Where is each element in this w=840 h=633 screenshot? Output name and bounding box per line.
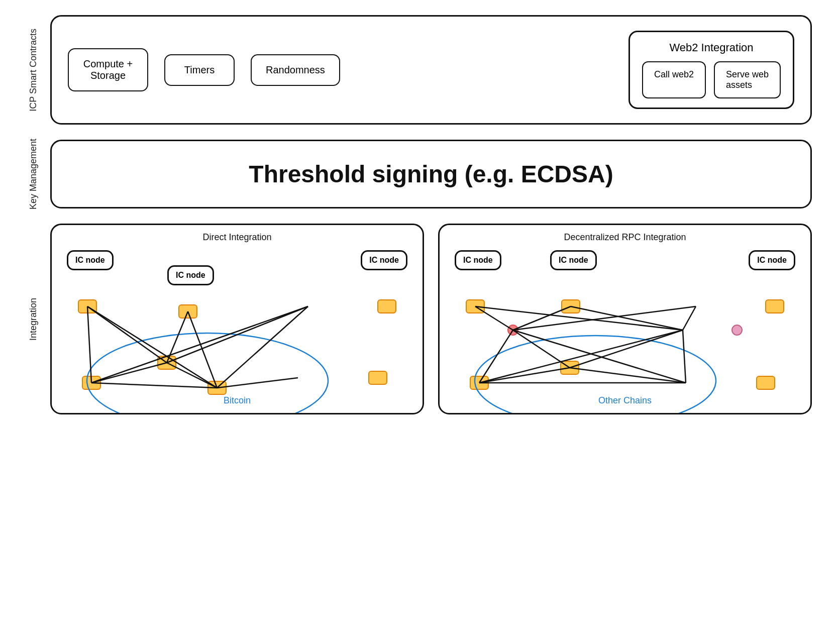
orange-node-6 [207,381,227,395]
svg-line-8 [91,306,308,383]
compute-storage-chip: Compute +Storage [68,48,148,91]
svg-line-5 [188,311,217,388]
call-web2-chip: Call web2 [642,61,706,98]
bitcoin-label: Bitcoin [224,395,251,406]
svg-line-23 [683,330,686,383]
randomness-chip: Randomness [251,54,340,86]
svg-line-22 [570,330,683,368]
integration-section: Direct Integration IC node IC node IC no… [50,224,812,414]
orange-node-3 [377,299,396,313]
integration-label: Integration [28,298,46,341]
svg-line-1 [87,306,91,383]
rpc-integration-box: Decentralized RPC Integration IC node IC… [438,224,812,414]
svg-line-20 [479,330,513,383]
direct-integration-label: Direct Integration [202,232,271,243]
orange-node-1 [78,299,97,313]
serve-web-assets-chip: Serve webassets [714,61,781,98]
ic-node-2: IC node [167,265,214,285]
key-section: Threshold signing (e.g. ECDSA) [50,140,812,208]
icp-label: ICP Smart Contracts [28,29,46,112]
timers-chip: Timers [164,54,235,86]
rpc-ic-node-2: IC node [550,250,597,270]
direct-integration-box: Direct Integration IC node IC node IC no… [50,224,424,414]
rpc-ic-node-3: IC node [749,250,795,270]
svg-line-6 [217,306,308,388]
svg-line-24 [513,330,686,383]
rpc-orange-node-5 [560,361,579,375]
web2-box: Web2 Integration Call web2 Serve webasse… [628,31,794,109]
svg-point-0 [87,333,328,413]
rpc-relay-2 [731,325,743,336]
rpc-relay-1 [507,325,518,336]
web2-title: Web2 Integration [669,41,753,54]
ic-node-3: IC node [361,250,407,270]
integration-row: Integration Direct Integration IC node I… [28,224,812,414]
icp-row: ICP Smart Contracts Compute +Storage Tim… [28,15,812,125]
rpc-ic-node-1: IC node [455,250,501,270]
key-mgmt-row: Key Management Threshold signing (e.g. E… [28,139,812,209]
key-mgmt-label: Key Management [28,139,46,209]
rpc-integration-label: Decentralized RPC Integration [564,232,686,243]
svg-line-26 [479,368,570,383]
web2-chips: Call web2 Serve webassets [642,61,781,98]
svg-point-13 [475,336,716,413]
svg-line-19 [683,306,696,330]
svg-line-18 [571,306,683,330]
main-container: ICP Smart Contracts Compute +Storage Tim… [28,15,812,414]
svg-line-27 [570,368,686,383]
other-chains-label: Other Chains [598,395,652,406]
svg-line-11 [217,378,298,388]
icp-section: Compute +Storage Timers Randomness Web2 … [50,15,812,125]
orange-node-2 [178,304,197,319]
svg-line-2 [87,306,167,363]
rpc-orange-node-4 [470,376,489,390]
svg-line-12 [91,383,217,388]
orange-node-5 [157,356,176,370]
rpc-orange-node-3 [765,299,784,313]
svg-line-9 [91,363,167,383]
ic-node-1: IC node [67,250,114,270]
rpc-orange-node-2 [561,299,580,313]
svg-line-3 [87,306,217,388]
svg-line-4 [167,311,188,363]
svg-line-16 [513,306,696,330]
threshold-text: Threshold signing (e.g. ECDSA) [249,160,613,188]
svg-line-25 [479,330,683,383]
orange-node-7 [368,371,387,385]
orange-node-4 [82,376,101,390]
rpc-orange-node-1 [466,299,485,313]
rpc-orange-node-6 [756,376,775,390]
